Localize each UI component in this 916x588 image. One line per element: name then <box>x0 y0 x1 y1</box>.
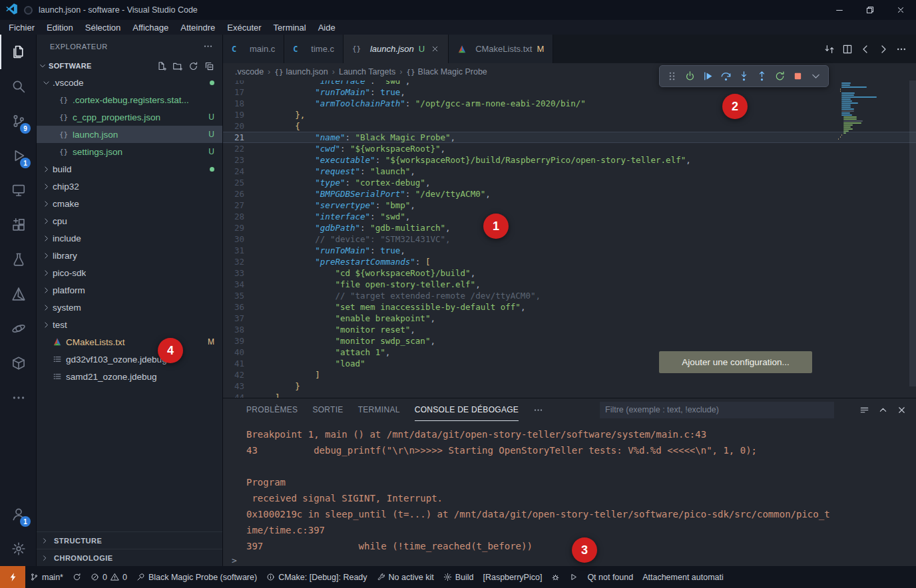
tree-item-cortex-debug-registers-stat[interactable]: {}.cortex-debug.registers.stat... <box>37 91 222 108</box>
tree-item-system[interactable]: system <box>37 299 222 316</box>
status-sync[interactable] <box>68 573 86 581</box>
code-line-30[interactable]: 30 // "device": "STM32L431VC", <box>223 233 916 245</box>
activity-package-explorer[interactable] <box>0 346 36 380</box>
compare-icon[interactable] <box>824 44 835 55</box>
status-launch[interactable] <box>565 573 582 581</box>
code-line-33[interactable]: 33 "cd ${workspaceRoot}/build", <box>223 267 916 279</box>
code-line-31[interactable]: 31 "runToMain": true, <box>223 245 916 256</box>
menu-atteindre[interactable]: Atteindre <box>174 23 221 33</box>
code-line-20[interactable]: 20 { <box>223 120 916 132</box>
menu-selection[interactable]: Sélection <box>79 23 126 33</box>
forward-icon[interactable] <box>878 44 889 55</box>
code-line-34[interactable]: 34 "file open-story-teller.elf", <box>223 279 916 290</box>
breadcrumb-item-launch-targets[interactable]: Launch Targets <box>339 67 395 76</box>
editor-scrollbar[interactable] <box>909 80 916 386</box>
activity-accounts[interactable]: 1 <box>0 497 36 531</box>
menu-aide[interactable]: Aide <box>312 23 342 33</box>
activity-cmake-tools[interactable] <box>0 277 36 311</box>
status-cmake-status[interactable]: CMake: [Debug]: Ready <box>262 573 371 582</box>
code-line-27[interactable]: 27 "servertype": "bmp", <box>223 200 916 211</box>
status-debug-config[interactable]: Black Magic Probe (software) <box>132 573 262 582</box>
code-line-44[interactable]: 44 ] <box>223 392 916 398</box>
back-icon[interactable] <box>860 44 871 55</box>
power-button[interactable] <box>682 68 698 84</box>
panel-tab-console-de-debogage[interactable]: CONSOLE DE DÉBOGAGE <box>415 398 519 421</box>
tree-item-cmake[interactable]: cmake <box>37 195 222 212</box>
minimap[interactable] <box>836 82 907 140</box>
activity-search[interactable] <box>0 69 36 104</box>
console-filter-input[interactable] <box>600 402 834 418</box>
activity-explorer[interactable] <box>0 35 36 69</box>
chevron-up-icon[interactable] <box>878 405 888 415</box>
code-line-23[interactable]: 23 "executable": "${workspaceRoot}/build… <box>223 154 916 166</box>
maximize-button[interactable] <box>855 0 885 20</box>
breadcrumb-item-launch-json[interactable]: {}launch.json <box>274 67 328 76</box>
new-folder-icon[interactable] <box>172 61 182 71</box>
activity-source-control[interactable]: 9 <box>0 104 36 138</box>
code-line-25[interactable]: 25 "type": "cortex-debug", <box>223 177 916 188</box>
panel-tab-sortie[interactable]: SORTIE <box>312 398 343 421</box>
code-line-22[interactable]: 22 "cwd": "${workspaceRoot}", <box>223 143 916 154</box>
tree-item-settings-json[interactable]: {}settings.jsonU <box>37 143 222 160</box>
tab-cmakelists-txt[interactable]: CMakeLists.txtM <box>449 35 553 63</box>
split-editor-icon[interactable] <box>842 44 853 55</box>
code-line-43[interactable]: 43 } <box>223 380 916 392</box>
explorer-more-icon[interactable] <box>203 41 213 51</box>
step-over-button[interactable] <box>718 68 734 84</box>
panel-tab-problemes[interactable]: PROBLÈMES <box>246 398 298 421</box>
tree-item-c-cpp-properties-json[interactable]: {}c_cpp_properties.jsonU <box>37 108 222 126</box>
tree-item-cmakelists-txt[interactable]: CMakeLists.txtM <box>37 333 222 351</box>
add-configuration-button[interactable]: Ajouter une configuration... <box>659 351 812 373</box>
debug-console-input[interactable]: > <box>223 554 916 566</box>
menu-executer[interactable]: Exécuter <box>221 23 267 33</box>
status-problems[interactable]: 00 <box>86 573 132 582</box>
status-auto-attach[interactable]: Attachement automati <box>638 573 728 582</box>
code-line-35[interactable]: 35 // "target extended-remote /dev/ttyAC… <box>223 290 916 301</box>
section-software[interactable]: SOFTWARE <box>37 58 222 74</box>
close-icon[interactable] <box>431 45 439 53</box>
panel-more-icon[interactable] <box>533 405 543 415</box>
activity-settings[interactable] <box>0 531 36 566</box>
menu-affichage[interactable]: Affichage <box>126 23 174 33</box>
close-icon[interactable] <box>897 405 907 415</box>
tree-item-test[interactable]: test <box>37 316 222 333</box>
panel-tab-terminal[interactable]: TERMINAL <box>358 398 400 421</box>
tree-item-include[interactable]: include <box>37 229 222 247</box>
tree-item-gd32vf103-ozone-jdebug[interactable]: gd32vf103_ozone.jdebug <box>37 351 222 368</box>
code-line-37[interactable]: 37 "enable breakpoint", <box>223 313 916 324</box>
breadcrumb-item-black-magic-probe[interactable]: {}Black Magic Probe <box>406 67 487 76</box>
code-line-18[interactable]: 18 "armToolchainPath": "/opt/gcc-arm-non… <box>223 98 916 109</box>
activity-more-views[interactable] <box>0 380 36 415</box>
tree-item-library[interactable]: library <box>37 247 222 264</box>
breadcrumb-item-vscode[interactable]: .vscode <box>235 67 264 76</box>
code-line-32[interactable]: 32 "preRestartCommands": [ <box>223 256 916 267</box>
step-into-button[interactable] <box>736 68 752 84</box>
tree-item-platform[interactable]: platform <box>37 281 222 299</box>
status-qt-status[interactable]: Qt not found <box>582 573 638 582</box>
collapse-all-icon[interactable] <box>204 61 214 71</box>
code-line-24[interactable]: 24 "request": "launch", <box>223 166 916 177</box>
code-line-38[interactable]: 38 "monitor reset", <box>223 324 916 335</box>
more-icon[interactable] <box>896 44 907 55</box>
tab-launch-json[interactable]: {}launch.jsonU <box>344 35 449 63</box>
refresh-icon[interactable] <box>188 61 198 71</box>
continue-button[interactable] <box>700 68 716 84</box>
tree-item-cpu[interactable]: cpu <box>37 212 222 229</box>
drag-handle[interactable] <box>664 68 680 84</box>
restart-button[interactable] <box>772 68 788 84</box>
close-button[interactable] <box>885 0 916 20</box>
activity-extensions[interactable] <box>0 208 36 242</box>
tree-item-launch-json[interactable]: {}launch.jsonU <box>37 126 222 143</box>
more-button[interactable] <box>807 68 824 84</box>
status-git-branch[interactable]: main* <box>25 573 68 582</box>
tab-time-c[interactable]: Ctime.c <box>284 35 344 63</box>
status-active-kit[interactable]: No active kit <box>372 573 439 582</box>
tree-item-samd21-ozone-jdebug[interactable]: samd21_ozone.jdebug <box>37 368 222 385</box>
status-debug[interactable] <box>547 573 565 581</box>
tree-item-chip32[interactable]: chip32 <box>37 178 222 195</box>
code-line-39[interactable]: 39 "monitor swdp_scan", <box>223 335 916 347</box>
stop-button[interactable] <box>790 68 806 84</box>
tree-item-pico-sdk[interactable]: pico-sdk <box>37 264 222 281</box>
tree-item-vscode[interactable]: .vscode <box>37 74 222 91</box>
remote-indicator[interactable] <box>0 566 25 588</box>
